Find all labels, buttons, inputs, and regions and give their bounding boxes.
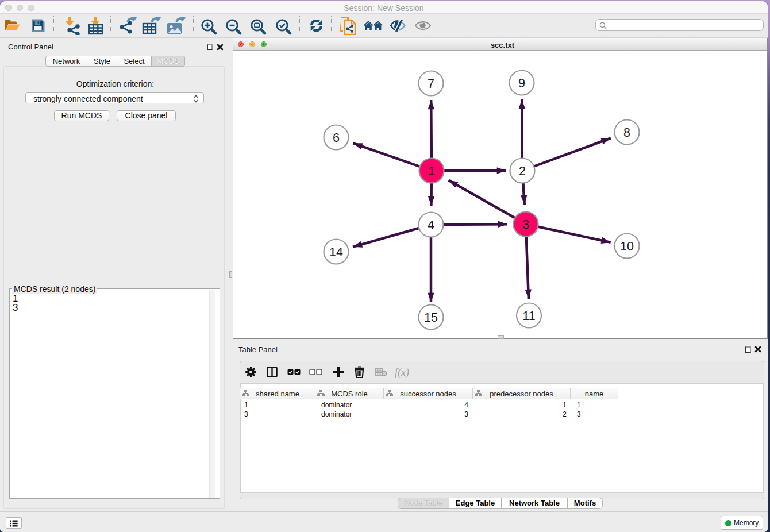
svg-text:11: 11 (522, 309, 535, 323)
svg-text:7: 7 (428, 77, 434, 91)
svg-text:14: 14 (329, 245, 343, 259)
svg-text:4: 4 (428, 218, 434, 232)
svg-text:8: 8 (623, 126, 630, 140)
svg-text:10: 10 (620, 240, 634, 253)
svg-text:1: 1 (428, 164, 435, 178)
svg-text:9: 9 (518, 76, 525, 90)
svg-text:2: 2 (519, 164, 526, 178)
svg-text:6: 6 (333, 131, 340, 145)
svg-text:3: 3 (522, 218, 529, 232)
svg-text:15: 15 (424, 311, 438, 325)
